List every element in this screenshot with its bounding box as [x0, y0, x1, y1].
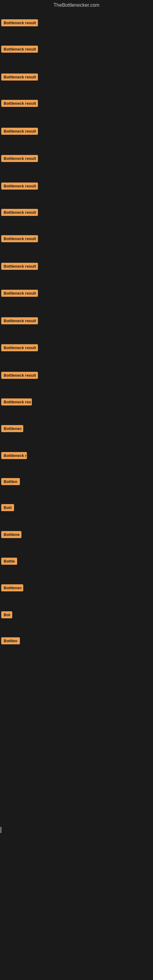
bottleneck-badge-18[interactable]: Bottlen — [1, 478, 20, 485]
result-row: Bottleneck res — [1, 398, 32, 407]
result-row: Bottleneck result — [1, 209, 38, 217]
bottleneck-badge-11[interactable]: Bottleneck result — [1, 290, 38, 297]
result-row: Bottleneck r — [1, 452, 27, 460]
text-cursor — [1, 827, 1, 833]
result-row: Bottleneck result — [1, 263, 38, 271]
result-row: Bottlen — [1, 478, 20, 486]
bottleneck-badge-3[interactable]: Bottleneck result — [1, 73, 38, 81]
bottleneck-badge-1[interactable]: Bottleneck result — [1, 19, 38, 26]
bottleneck-badge-22[interactable]: Bottlenec — [1, 584, 23, 591]
bottleneck-badge-14[interactable]: Bottleneck result — [1, 372, 38, 379]
bottleneck-badge-21[interactable]: Bottle — [1, 558, 17, 565]
result-row: Bottleneck result — [1, 344, 38, 353]
result-row: Bottlenec — [1, 584, 23, 593]
result-row: Bottleneck result — [1, 183, 38, 191]
result-row: Bottleneck result — [1, 128, 38, 136]
result-row: Bottlenec — [1, 425, 23, 433]
result-row: Bottle — [1, 558, 17, 566]
bottleneck-badge-24[interactable]: Bottlen — [1, 637, 20, 644]
result-row: Bot — [1, 611, 12, 620]
bottleneck-badge-8[interactable]: Bottleneck result — [1, 209, 38, 216]
result-row: Bottleneck result — [1, 73, 38, 82]
bottleneck-badge-9[interactable]: Bottleneck result — [1, 235, 38, 242]
bottleneck-badge-20[interactable]: Bottlene — [1, 531, 21, 538]
result-row: Bott — [1, 504, 14, 512]
result-row: Bottleneck result — [1, 155, 38, 163]
bottleneck-badge-2[interactable]: Bottleneck result — [1, 46, 38, 52]
site-title: TheBottlenecker.com — [0, 0, 153, 9]
bottleneck-badge-7[interactable]: Bottleneck result — [1, 183, 38, 189]
result-row: Bottleneck result — [1, 290, 38, 298]
bottleneck-badge-16[interactable]: Bottlenec — [1, 425, 23, 432]
result-row: Bottleneck result — [1, 19, 38, 27]
bottleneck-badge-10[interactable]: Bottleneck result — [1, 263, 38, 270]
bottleneck-badge-13[interactable]: Bottleneck result — [1, 344, 38, 351]
bottleneck-badge-15[interactable]: Bottleneck res — [1, 398, 32, 406]
bottleneck-badge-19[interactable]: Bott — [1, 504, 14, 511]
result-row: Bottleneck result — [1, 100, 38, 108]
bottleneck-badge-5[interactable]: Bottleneck result — [1, 128, 38, 135]
bottleneck-badge-12[interactable]: Bottleneck result — [1, 317, 38, 324]
result-row: Bottlene — [1, 531, 21, 539]
bottleneck-badge-23[interactable]: Bot — [1, 611, 12, 618]
bottleneck-badge-17[interactable]: Bottleneck r — [1, 452, 27, 459]
result-row: Bottleneck result — [1, 235, 38, 243]
result-row: Bottleneck result — [1, 317, 38, 326]
bottleneck-badge-4[interactable]: Bottleneck result — [1, 100, 38, 107]
result-row: Bottleneck result — [1, 372, 38, 380]
bottleneck-badge-6[interactable]: Bottleneck result — [1, 155, 38, 162]
result-row: Bottlen — [1, 637, 20, 646]
result-row: Bottleneck result — [1, 46, 38, 54]
